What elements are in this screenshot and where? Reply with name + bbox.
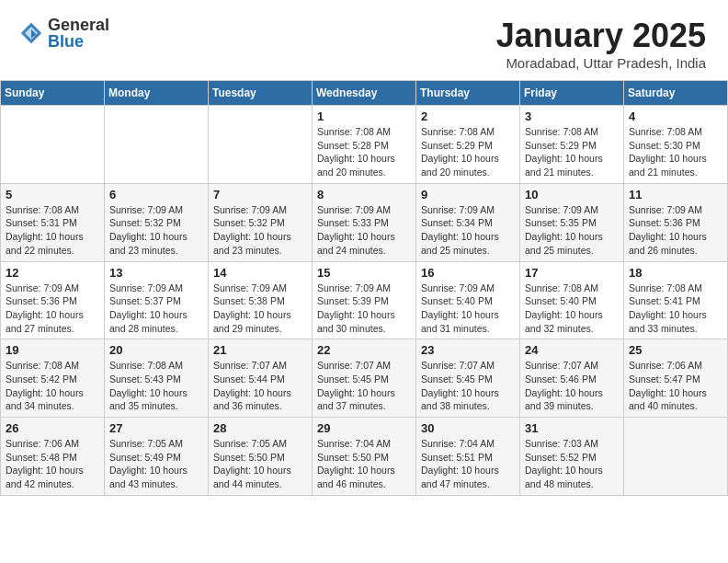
day-number: 29 (317, 421, 411, 435)
day-number: 19 (6, 343, 99, 357)
weekday-header: Monday (105, 81, 209, 106)
logo-text: General Blue (48, 17, 109, 50)
calendar-cell: 18Sunrise: 7:08 AM Sunset: 5:41 PM Dayli… (624, 261, 728, 339)
day-info: Sunrise: 7:07 AM Sunset: 5:46 PM Dayligh… (525, 359, 619, 413)
calendar-cell: 19Sunrise: 7:08 AM Sunset: 5:42 PM Dayli… (1, 339, 105, 418)
weekday-header: Sunday (1, 81, 105, 106)
day-number: 31 (525, 421, 619, 435)
day-number: 11 (629, 188, 722, 201)
day-number: 7 (213, 188, 307, 201)
day-info: Sunrise: 7:09 AM Sunset: 5:34 PM Dayligh… (421, 203, 515, 258)
day-info: Sunrise: 7:09 AM Sunset: 5:36 PM Dayligh… (6, 282, 99, 336)
day-info: Sunrise: 7:08 AM Sunset: 5:40 PM Dayligh… (525, 282, 619, 336)
calendar-week-row: 1Sunrise: 7:08 AM Sunset: 5:28 PM Daylig… (1, 106, 728, 184)
day-number: 3 (525, 109, 619, 123)
day-info: Sunrise: 7:08 AM Sunset: 5:29 PM Dayligh… (421, 125, 515, 179)
day-number: 8 (317, 188, 411, 201)
weekday-header: Friday (520, 81, 624, 106)
calendar-week-row: 12Sunrise: 7:09 AM Sunset: 5:36 PM Dayli… (1, 261, 728, 339)
day-number: 15 (317, 266, 411, 280)
day-info: Sunrise: 7:06 AM Sunset: 5:48 PM Dayligh… (6, 437, 99, 491)
calendar-cell (624, 418, 728, 496)
day-info: Sunrise: 7:07 AM Sunset: 5:44 PM Dayligh… (213, 359, 307, 413)
day-info: Sunrise: 7:03 AM Sunset: 5:52 PM Dayligh… (525, 437, 619, 491)
day-info: Sunrise: 7:08 AM Sunset: 5:31 PM Dayligh… (6, 203, 99, 258)
day-number: 5 (6, 188, 99, 201)
day-number: 17 (525, 266, 619, 280)
weekday-header: Wednesday (313, 81, 416, 106)
calendar-cell: 24Sunrise: 7:07 AM Sunset: 5:46 PM Dayli… (520, 339, 624, 418)
day-number: 25 (629, 343, 722, 357)
logo-icon (18, 20, 44, 46)
day-info: Sunrise: 7:04 AM Sunset: 5:51 PM Dayligh… (421, 437, 515, 491)
calendar-cell: 2Sunrise: 7:08 AM Sunset: 5:29 PM Daylig… (416, 106, 520, 184)
day-number: 13 (109, 266, 203, 280)
day-info: Sunrise: 7:08 AM Sunset: 5:43 PM Dayligh… (109, 359, 203, 413)
calendar-cell: 1Sunrise: 7:08 AM Sunset: 5:28 PM Daylig… (313, 106, 416, 184)
day-info: Sunrise: 7:07 AM Sunset: 5:45 PM Dayligh… (421, 359, 515, 413)
calendar-week-row: 26Sunrise: 7:06 AM Sunset: 5:48 PM Dayli… (1, 418, 728, 496)
logo: General Blue (18, 17, 109, 50)
calendar-cell: 14Sunrise: 7:09 AM Sunset: 5:38 PM Dayli… (209, 261, 313, 339)
calendar-cell: 28Sunrise: 7:05 AM Sunset: 5:50 PM Dayli… (209, 418, 313, 496)
calendar-cell: 20Sunrise: 7:08 AM Sunset: 5:43 PM Dayli… (105, 339, 209, 418)
calendar-week-row: 19Sunrise: 7:08 AM Sunset: 5:42 PM Dayli… (1, 339, 728, 418)
day-info: Sunrise: 7:07 AM Sunset: 5:45 PM Dayligh… (317, 359, 411, 413)
day-info: Sunrise: 7:09 AM Sunset: 5:33 PM Dayligh… (317, 203, 411, 258)
calendar-cell: 3Sunrise: 7:08 AM Sunset: 5:29 PM Daylig… (520, 106, 624, 184)
day-number: 27 (109, 421, 203, 435)
calendar-cell: 11Sunrise: 7:09 AM Sunset: 5:36 PM Dayli… (624, 183, 728, 261)
calendar-cell (1, 106, 105, 184)
day-number: 18 (629, 266, 722, 280)
calendar-cell: 16Sunrise: 7:09 AM Sunset: 5:40 PM Dayli… (416, 261, 520, 339)
logo-blue: Blue (48, 33, 109, 50)
day-info: Sunrise: 7:05 AM Sunset: 5:49 PM Dayligh… (109, 437, 203, 491)
calendar-table: SundayMondayTuesdayWednesdayThursdayFrid… (0, 80, 728, 496)
day-number: 20 (109, 343, 203, 357)
day-info: Sunrise: 7:06 AM Sunset: 5:47 PM Dayligh… (629, 359, 722, 413)
calendar-header-row: SundayMondayTuesdayWednesdayThursdayFrid… (1, 81, 728, 106)
calendar-cell: 7Sunrise: 7:09 AM Sunset: 5:32 PM Daylig… (209, 183, 313, 261)
day-info: Sunrise: 7:08 AM Sunset: 5:29 PM Dayligh… (525, 125, 619, 179)
day-number: 24 (525, 343, 619, 357)
day-number: 1 (317, 109, 411, 123)
day-number: 22 (317, 343, 411, 357)
calendar-cell: 9Sunrise: 7:09 AM Sunset: 5:34 PM Daylig… (416, 183, 520, 261)
day-number: 26 (6, 421, 99, 435)
calendar-cell: 13Sunrise: 7:09 AM Sunset: 5:37 PM Dayli… (105, 261, 209, 339)
weekday-header: Saturday (624, 81, 728, 106)
day-number: 6 (109, 188, 203, 201)
day-number: 23 (421, 343, 515, 357)
calendar-cell: 10Sunrise: 7:09 AM Sunset: 5:35 PM Dayli… (520, 183, 624, 261)
day-info: Sunrise: 7:08 AM Sunset: 5:30 PM Dayligh… (629, 125, 722, 179)
day-number: 16 (421, 266, 515, 280)
calendar-cell: 22Sunrise: 7:07 AM Sunset: 5:45 PM Dayli… (313, 339, 416, 418)
day-info: Sunrise: 7:09 AM Sunset: 5:39 PM Dayligh… (317, 282, 411, 336)
day-info: Sunrise: 7:04 AM Sunset: 5:50 PM Dayligh… (317, 437, 411, 491)
calendar-cell: 27Sunrise: 7:05 AM Sunset: 5:49 PM Dayli… (105, 418, 209, 496)
calendar-cell: 12Sunrise: 7:09 AM Sunset: 5:36 PM Dayli… (1, 261, 105, 339)
month-title: January 2025 (496, 17, 706, 55)
calendar-cell: 25Sunrise: 7:06 AM Sunset: 5:47 PM Dayli… (624, 339, 728, 418)
calendar-cell: 31Sunrise: 7:03 AM Sunset: 5:52 PM Dayli… (520, 418, 624, 496)
calendar-cell: 6Sunrise: 7:09 AM Sunset: 5:32 PM Daylig… (105, 183, 209, 261)
calendar-cell: 26Sunrise: 7:06 AM Sunset: 5:48 PM Dayli… (1, 418, 105, 496)
day-number: 10 (525, 188, 619, 201)
day-info: Sunrise: 7:05 AM Sunset: 5:50 PM Dayligh… (213, 437, 307, 491)
calendar-cell: 21Sunrise: 7:07 AM Sunset: 5:44 PM Dayli… (209, 339, 313, 418)
calendar-cell: 15Sunrise: 7:09 AM Sunset: 5:39 PM Dayli… (313, 261, 416, 339)
day-info: Sunrise: 7:08 AM Sunset: 5:28 PM Dayligh… (317, 125, 411, 179)
calendar-cell (209, 106, 313, 184)
day-number: 14 (213, 266, 307, 280)
calendar-cell: 8Sunrise: 7:09 AM Sunset: 5:33 PM Daylig… (313, 183, 416, 261)
calendar-cell: 17Sunrise: 7:08 AM Sunset: 5:40 PM Dayli… (520, 261, 624, 339)
calendar-cell: 29Sunrise: 7:04 AM Sunset: 5:50 PM Dayli… (313, 418, 416, 496)
day-info: Sunrise: 7:09 AM Sunset: 5:40 PM Dayligh… (421, 282, 515, 336)
day-info: Sunrise: 7:09 AM Sunset: 5:36 PM Dayligh… (629, 203, 722, 258)
day-number: 9 (421, 188, 515, 201)
calendar-cell (105, 106, 209, 184)
day-info: Sunrise: 7:09 AM Sunset: 5:37 PM Dayligh… (109, 282, 203, 336)
weekday-header: Tuesday (209, 81, 313, 106)
day-number: 2 (421, 109, 515, 123)
calendar-cell: 4Sunrise: 7:08 AM Sunset: 5:30 PM Daylig… (624, 106, 728, 184)
